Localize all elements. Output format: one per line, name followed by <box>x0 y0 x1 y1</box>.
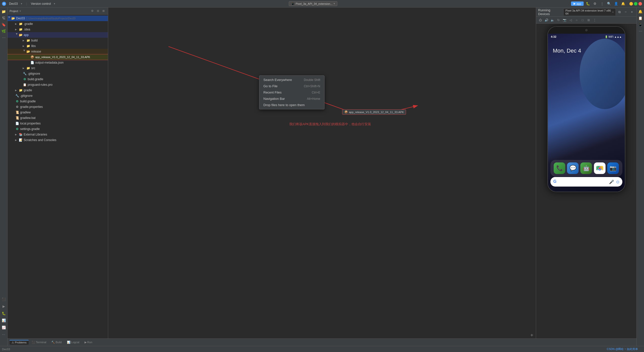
phone-frame[interactable]: 4:32 🔋 WiFi ▲▲▲ Mon, Dec 4 📞 💬 🤖 <box>547 26 625 192</box>
panel-minimize-button[interactable]: − <box>623 9 628 15</box>
run-button[interactable]: ▶ ▶ app app <box>571 2 584 6</box>
tree-item-gradle-dir[interactable]: ▶ 📁 gradle <box>8 87 108 93</box>
tree-item-src[interactable]: ▶ 📁 src <box>8 65 108 71</box>
account-button[interactable]: 👤 <box>613 1 619 7</box>
bottom-tab-run[interactable]: ▶ Run <box>83 340 94 344</box>
tree-item-gradlew[interactable]: 📜 gradlew <box>8 110 108 115</box>
left-tool-logcat[interactable]: 📊 <box>1 317 7 323</box>
project-dropdown-arrow[interactable]: ▾ <box>21 2 22 5</box>
window-minimize[interactable] <box>629 2 633 6</box>
google-search-bar[interactable]: G 🎤 ⊙ <box>550 177 622 187</box>
settings-button[interactable]: ⚙ <box>592 1 598 7</box>
tree-item-apk[interactable]: 📦 app_release_V1.0_2023_12_04_11_33.APK <box>8 54 108 60</box>
bottom-tab-logcat[interactable]: 📊 Logcat <box>65 340 82 344</box>
phone-app-icon[interactable]: 📞 <box>554 162 565 174</box>
sidebar-icon-git[interactable]: 🌿 <box>1 28 7 34</box>
tree-item-release[interactable]: ▶ 📂 release <box>8 49 108 54</box>
panel-popout-button[interactable]: ⧉ <box>617 9 622 15</box>
tree-item-gradleprop[interactable]: ⚙ gradle.properties <box>8 104 108 110</box>
tree-item-metadata[interactable]: 📄 output-metadata.json <box>8 60 108 65</box>
menu-item-recent-files[interactable]: Recent Files Ctrl+E <box>259 89 324 96</box>
tree-label-localprop: local.properties <box>20 122 41 125</box>
more-device-button[interactable]: ⋮ <box>592 17 597 23</box>
recent-apps-button[interactable]: □ <box>580 17 585 23</box>
tree-item-libs[interactable]: ▶ 📁 libs <box>8 43 108 49</box>
left-tool-debug[interactable]: 🐛 <box>1 310 7 316</box>
window-close[interactable] <box>638 2 642 6</box>
phone-screen[interactable]: 4:32 🔋 WiFi ▲▲▲ Mon, Dec 4 📞 💬 🤖 <box>548 34 625 192</box>
right-icon-more[interactable]: ⋯ <box>637 28 643 34</box>
tree-item-buildgradle-app[interactable]: ⚙ build.gradle <box>8 76 108 82</box>
tree-item-settingsgradle[interactable]: ⚙ settings.gradle <box>8 126 108 132</box>
tree-item-root[interactable]: ▶ 📂 Dec03 C:\Users\nang\AndroidStudioPro… <box>8 16 108 21</box>
volume-down-button[interactable]: 🔈 <box>550 17 555 23</box>
menu-item-navigation-bar[interactable]: Navigation Bar Alt+Home <box>259 96 324 102</box>
tree-item-external-libs[interactable]: ▶ 📚 External Libraries <box>8 132 108 137</box>
sidebar-icon-project[interactable]: 📁 <box>1 9 7 15</box>
tree-item-scratches[interactable]: ▶ 📝 Scratches and Consoles <box>8 137 108 143</box>
volume-up-button[interactable]: 🔊 <box>544 17 549 23</box>
tree-item-idea[interactable]: ▶ 📁 .idea <box>8 27 108 32</box>
menu-item-goto-file[interactable]: Go to File Ctrl+Shift+N <box>259 83 324 89</box>
sidebar-icon-more[interactable]: ⋯ <box>1 35 7 41</box>
tree-item-gitignore-root[interactable]: 🔧 .gitignore <box>8 93 108 99</box>
tree-item-gitignore-app[interactable]: 🔧 .gitignore <box>8 71 108 76</box>
panel-collapse-button[interactable]: ⊞ <box>101 9 106 14</box>
right-icon-running-devices[interactable]: 📱 <box>637 22 643 28</box>
tree-item-buildgradle-root[interactable]: ⚙ build.gradle <box>8 99 108 104</box>
tree-label-build: build <box>31 39 37 42</box>
google-lens-icon[interactable]: ⊙ <box>616 180 619 184</box>
sidebar-icon-bookmarks[interactable]: 🔖 <box>1 22 7 28</box>
bottom-tab-terminal[interactable]: ⬛ Terminal <box>30 340 48 344</box>
home-button[interactable]: ○ <box>574 17 579 23</box>
fold-button[interactable]: ⊞ <box>586 17 591 23</box>
back-button[interactable]: ◁ <box>568 17 573 23</box>
google-mic-icon[interactable]: 🎤 <box>609 180 614 184</box>
camera-app-icon[interactable]: 📷 <box>607 162 619 174</box>
device-tab-close[interactable]: × <box>612 11 614 14</box>
tree-item-build[interactable]: ▶ 📁 build <box>8 38 108 43</box>
more-button[interactable]: ⋮ <box>599 1 605 7</box>
chrome-app-icon[interactable] <box>594 162 606 174</box>
sidebar-icon-structure[interactable]: 🏗 <box>1 15 7 21</box>
device-tab[interactable]: Pixel 3a API 34 extension level 7 x86 64… <box>563 8 616 16</box>
panel-gear-button[interactable]: ⚙ <box>90 9 95 14</box>
menu-shortcut-search-everywhere: Double Shift <box>304 78 320 82</box>
panel-dropdown-arrow[interactable]: ▾ <box>20 10 21 12</box>
tree-item-proguard[interactable]: 📋 proguard-rules.pro <box>8 82 108 87</box>
search-everywhere-button[interactable]: 🔍 <box>606 1 612 7</box>
project-name[interactable]: Dec03 <box>9 2 18 6</box>
window-maximize[interactable] <box>634 2 637 6</box>
left-tool-more[interactable]: ⋯ <box>1 331 7 337</box>
version-control-label[interactable]: Version control <box>31 2 51 6</box>
power-button[interactable]: ⏻ <box>538 17 543 23</box>
properties-icon: 📄 <box>15 121 19 125</box>
left-tool-profiler[interactable]: 📈 <box>1 324 7 330</box>
left-tool-terminal[interactable]: ⬛ <box>1 296 7 302</box>
tree-label-release: release <box>31 50 41 53</box>
tree-item-localprop[interactable]: 📄 local.properties <box>8 121 108 126</box>
left-tool-run[interactable]: ▶ <box>1 303 7 309</box>
device-selector[interactable]: 📱 Pixel_3a_API_34_extension... ▾ <box>289 1 337 6</box>
apk-badge-icon: 📦 <box>344 110 348 114</box>
menu-label-goto-file: Go to File <box>263 84 277 88</box>
menu-item-search-everywhere[interactable]: Search Everywhere Double Shift <box>259 77 324 83</box>
screenshot-button[interactable]: 📷 <box>562 17 567 23</box>
debug-button[interactable]: 🐛 <box>585 1 591 7</box>
right-icon-event-log[interactable]: 📋 <box>637 15 643 21</box>
right-icon-notifications[interactable]: 🔔 <box>637 9 643 15</box>
messages-app-icon[interactable]: 💬 <box>567 162 579 174</box>
rotate-button[interactable]: ↻ <box>556 17 561 23</box>
tree-item-app[interactable]: ▶ 📂 app <box>8 32 108 38</box>
wallpaper-shape <box>580 39 625 109</box>
android-app-icon[interactable]: 🤖 <box>580 162 592 174</box>
tree-item-gradlewbat[interactable]: 📜 gradlew.bat <box>8 115 108 121</box>
bottom-tab-problems[interactable]: ⚠ Problems <box>10 340 29 345</box>
add-device-button[interactable]: + <box>530 332 533 338</box>
tree-item-gradle-dot[interactable]: ▶ 📁 .gradle <box>8 21 108 27</box>
bottom-bar: Dec03 CSDN @啊哈 ~ 如此简单 <box>0 346 644 352</box>
bottom-tab-build[interactable]: 🔨 Build <box>49 340 64 344</box>
panel-filter-button[interactable]: ⊟ <box>95 9 100 14</box>
panel-close-button[interactable]: × <box>629 9 634 15</box>
notifications-button[interactable]: 🔔 <box>620 1 626 7</box>
